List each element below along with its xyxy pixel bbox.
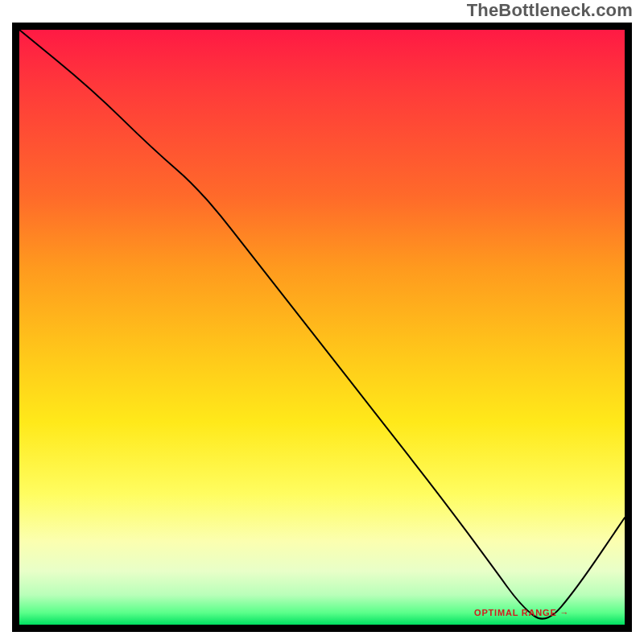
bottleneck-curve (19, 30, 625, 619)
optimal-range-label: OPTIMAL RANGE → (474, 608, 569, 617)
chart-container: TheBottleneck.com OPTIMAL RANGE → (0, 0, 644, 644)
watermark-label: TheBottleneck.com (467, 0, 633, 21)
plot-frame: OPTIMAL RANGE → (12, 23, 632, 632)
curve-overlay (19, 30, 625, 625)
plot-area: OPTIMAL RANGE → (19, 30, 625, 625)
